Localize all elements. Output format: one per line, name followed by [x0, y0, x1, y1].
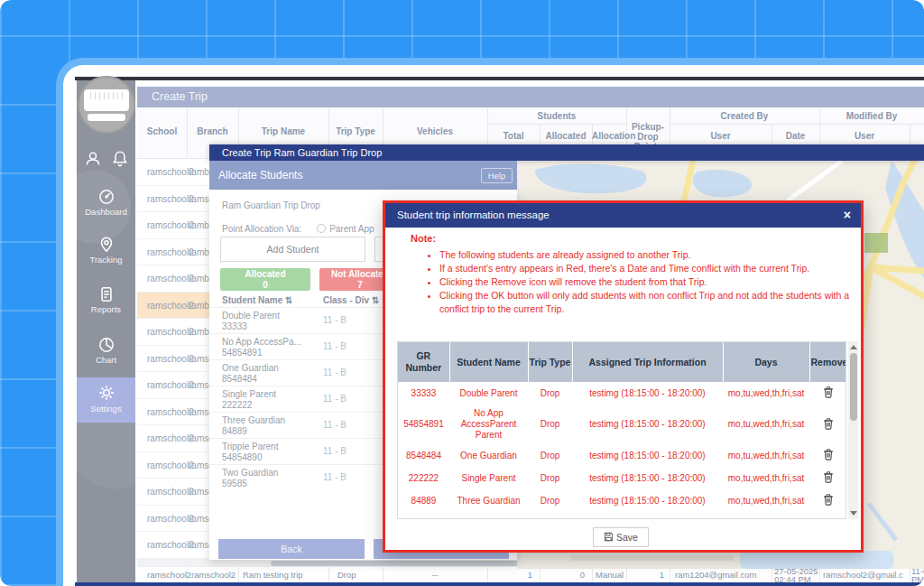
- student-trip-info-modal: Student trip information message × Note:…: [383, 200, 864, 553]
- cell-type: Drop: [528, 405, 572, 444]
- sort-icon: ⇅: [372, 295, 379, 305]
- cell-created-user: ram1204@gmail.com: [675, 570, 756, 580]
- cell-days: mo,tu,wed,th,fri,sat: [723, 382, 809, 405]
- note-item: If a student's entry appears in Red, the…: [439, 262, 855, 275]
- settings-icon[interactable]: [97, 383, 116, 403]
- cell-school: ramschool2: [147, 194, 194, 204]
- back-button[interactable]: Back: [218, 539, 365, 559]
- col-allocated: Allocated: [540, 131, 592, 141]
- allocated-badge: Allocated0: [220, 268, 310, 291]
- col-group-created: Created By: [670, 111, 819, 121]
- cell-trip-type: Drop: [337, 570, 356, 580]
- col-student-name: Student Name: [449, 342, 528, 382]
- scroll-up-icon[interactable]: [850, 345, 857, 349]
- col-trip-type: Trip Type: [328, 126, 383, 136]
- cell-modified-user: ramschool2@gmail.c: [823, 570, 903, 580]
- conflict-row: 54854891 No App AccessParent Parent Drop…: [398, 405, 846, 444]
- cell-info: testimg (18:15:00 - 18:20:00): [572, 382, 723, 405]
- tracking-icon[interactable]: [97, 235, 116, 255]
- cell-school: ramschool2: [147, 380, 194, 390]
- bell-icon[interactable]: [109, 149, 131, 169]
- app-logo-strip: [88, 114, 125, 121]
- cell-school: ramschool2: [147, 433, 194, 443]
- note-item: Clicking the Remove icon will remove the…: [439, 275, 855, 289]
- cell-modified-date: 11-06-2 PM: [911, 568, 924, 583]
- student-name-sort-header[interactable]: Student Name ⇅: [222, 295, 292, 305]
- cell-type: Drop: [528, 467, 572, 489]
- sidebar-item-chart[interactable]: Chart: [77, 355, 135, 365]
- cell-branch: ramschool2: [191, 570, 236, 580]
- col-group-modified: Modified By: [819, 111, 924, 121]
- note-label: Note:: [411, 233, 436, 244]
- radio-parent-app-label[interactable]: Parent App: [329, 224, 374, 234]
- page-title: Create Trip: [137, 87, 924, 107]
- conflict-row: 8548484 One Guardian Drop testimg (18:15…: [398, 444, 846, 467]
- cell-school: ramschool2: [147, 570, 191, 580]
- cell-name: No App AccessParent Parent: [449, 405, 528, 444]
- cell-info: testimg (18:15:00 - 18:20:00): [572, 405, 723, 444]
- allocate-modal-title: Create Trip Ram Guardian Trip Drop: [209, 144, 924, 161]
- col-total: Total: [487, 131, 540, 141]
- conflict-table-wrap: GRNumber Student Name Trip Type Assigned…: [397, 341, 846, 519]
- vertical-scrollbar[interactable]: [848, 341, 858, 519]
- cell-school: ramschool2: [147, 220, 194, 230]
- trip-name-label: Ram Guardian Trip Drop: [222, 200, 320, 210]
- col-modified-user: User: [819, 131, 910, 141]
- sidebar-item-tracking[interactable]: Tracking: [77, 255, 135, 265]
- cell-gr: 84889: [398, 489, 449, 512]
- cell-total-link[interactable]: 1: [487, 570, 532, 580]
- vertical-scrollbar-thumb[interactable]: [850, 353, 857, 421]
- sidebar-item-settings[interactable]: Settings: [77, 404, 135, 414]
- chart-icon[interactable]: [97, 335, 116, 355]
- remove-trash-icon[interactable]: [809, 444, 846, 467]
- close-icon[interactable]: ×: [844, 203, 851, 228]
- radio-parent-app[interactable]: [317, 224, 326, 233]
- scroll-down-icon[interactable]: [850, 511, 857, 516]
- remove-trash-icon[interactable]: [809, 489, 846, 512]
- conflict-table-body: 33333 Double Parent Drop testimg (18:15:…: [398, 382, 846, 512]
- reports-icon[interactable]: [97, 284, 116, 304]
- point-allocation-label: Point Allocation Via:: [222, 224, 301, 234]
- col-group-students: Students: [487, 111, 626, 121]
- allocate-section-title: Allocate Students: [209, 161, 517, 190]
- cell-info: testimg (18:15:00 - 18:20:00): [572, 467, 723, 489]
- conflict-row: 84889 Three Guardian Drop testimg (18:15…: [398, 489, 846, 512]
- class-div-sort-header[interactable]: Class - Div ⇅: [323, 295, 379, 305]
- col-remove: Remove: [809, 342, 846, 382]
- cell-name: Single Parent: [449, 467, 528, 489]
- cell-school: ramschool2: [147, 247, 194, 257]
- cell-days: mo,tu,wed,th,fri,sat: [723, 405, 809, 444]
- cell-school: ramschool2: [147, 274, 194, 284]
- table-row-ram-testing-trip[interactable]: ramschool2 ramschool2 Ram testing trip D…: [137, 567, 924, 583]
- note-item: The following students are already assig…: [439, 248, 855, 262]
- cell-school: ramschool2: [147, 460, 194, 470]
- conflict-table-header: GRNumber Student Name Trip Type Assigned…: [398, 342, 846, 382]
- cell-school: ramschool2: [147, 407, 194, 417]
- sidebar-item-reports[interactable]: Reports: [77, 304, 135, 314]
- user-icon[interactable]: [82, 149, 104, 169]
- cell-name: Three Guardian: [449, 489, 528, 512]
- dashboard-icon[interactable]: [97, 187, 116, 207]
- window-bottom-edge: [75, 582, 924, 586]
- remove-trash-icon[interactable]: [809, 382, 846, 405]
- col-allocation: Allocation: [592, 131, 626, 141]
- cell-pickup-link[interactable]: 1: [626, 570, 664, 580]
- cell-info: testimg (18:15:00 - 18:20:00): [572, 444, 723, 467]
- col-gr-number: GRNumber: [398, 342, 449, 382]
- cell-school: ramschool2: [147, 167, 194, 177]
- save-button[interactable]: Save: [593, 527, 649, 547]
- col-created-user: User: [670, 131, 772, 141]
- remove-trash-icon[interactable]: [809, 467, 846, 489]
- note-item: Clicking the OK button will only add stu…: [439, 289, 855, 316]
- sort-icon: ⇅: [285, 295, 292, 305]
- remove-trash-icon[interactable]: [809, 405, 846, 444]
- cell-gr: 222222: [398, 467, 449, 489]
- sidebar-item-dashboard[interactable]: Dashboard: [77, 207, 135, 217]
- help-button[interactable]: Help: [481, 168, 513, 183]
- cell-info: testimg (18:15:00 - 18:20:00): [572, 489, 723, 512]
- cell-gr: 54854891: [398, 405, 449, 444]
- save-label: Save: [616, 532, 638, 543]
- add-student-button[interactable]: Add Student: [220, 237, 365, 262]
- conflict-row: 33333 Double Parent Drop testimg (18:15:…: [398, 382, 846, 405]
- cell-school: ramschool2: [147, 487, 194, 497]
